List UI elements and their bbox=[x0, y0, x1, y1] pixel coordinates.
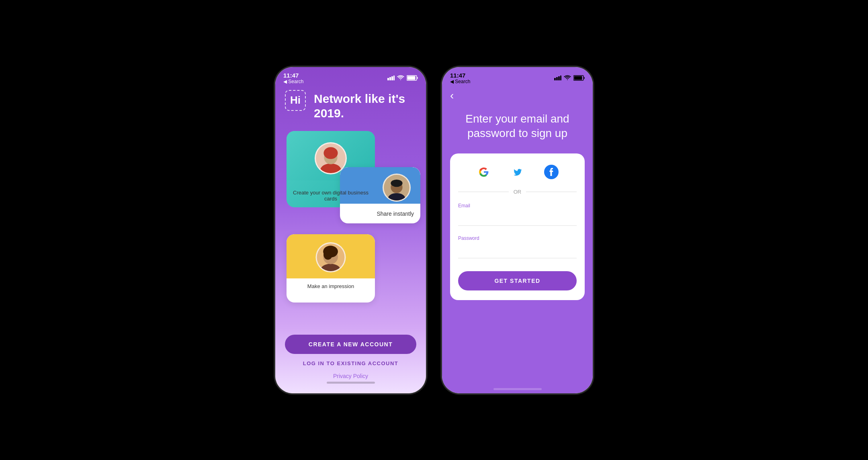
screen1: 11:47 ◀ Search Hi Network like it's 2019… bbox=[275, 67, 426, 393]
svg-rect-1 bbox=[389, 77, 391, 80]
status-nav-2: ◀ Search bbox=[450, 79, 470, 84]
phone-onboarding: 11:47 ◀ Search Hi Network like it's 2019… bbox=[275, 67, 426, 393]
screens-wrapper: 11:47 ◀ Search Hi Network like it's 2019… bbox=[275, 67, 593, 393]
status-bar-2: 11:47 ◀ Search bbox=[442, 67, 593, 86]
or-divider: OR bbox=[458, 189, 577, 195]
avatar-3 bbox=[316, 242, 346, 272]
privacy-policy-link[interactable]: Privacy Policy bbox=[285, 373, 416, 379]
status-icons-1 bbox=[387, 75, 418, 81]
phone-signup: 11:47 ◀ Search ‹ Enter your email and pa… bbox=[442, 67, 593, 393]
svg-point-17 bbox=[323, 249, 332, 260]
login-button[interactable]: LOG IN TO EXISTING ACCOUNT bbox=[285, 360, 416, 366]
avatar-figure-3 bbox=[317, 243, 345, 271]
signal-icon-2 bbox=[554, 76, 561, 80]
screen1-title: Network like it's 2019. bbox=[314, 92, 416, 121]
back-button[interactable]: ‹ bbox=[450, 89, 454, 102]
card-impression-text: Make an impression bbox=[287, 278, 375, 294]
google-icon bbox=[477, 165, 491, 179]
divider-line-right bbox=[526, 192, 577, 192]
twitter-icon bbox=[510, 165, 525, 179]
card-share-text: Share instantly bbox=[377, 211, 414, 217]
status-time-1: 11:47 bbox=[283, 72, 303, 79]
svg-rect-18 bbox=[554, 78, 556, 80]
hi-logo: Hi bbox=[285, 90, 306, 111]
battery-icon bbox=[407, 75, 418, 81]
home-indicator-2 bbox=[493, 388, 542, 390]
battery-icon-2 bbox=[573, 75, 585, 81]
status-bar-1: 11:47 ◀ Search bbox=[275, 67, 426, 86]
svg-point-14 bbox=[321, 264, 340, 271]
svg-rect-0 bbox=[387, 78, 389, 80]
cards-area: Create your own digital business cards bbox=[275, 127, 426, 335]
screen2-nav: ‹ bbox=[442, 86, 593, 105]
avatar-figure-2 bbox=[384, 175, 409, 200]
social-buttons bbox=[458, 163, 577, 181]
facebook-button[interactable] bbox=[542, 163, 560, 181]
signup-card: OR Email Password GET STARTED bbox=[450, 153, 585, 300]
svg-rect-21 bbox=[560, 76, 561, 80]
card-impression: Make an impression bbox=[287, 234, 375, 303]
svg-rect-20 bbox=[558, 76, 560, 80]
twitter-button[interactable] bbox=[509, 163, 526, 181]
screen2: 11:47 ◀ Search ‹ Enter your email and pa… bbox=[442, 67, 593, 393]
wifi-icon-2 bbox=[564, 75, 571, 81]
password-input[interactable] bbox=[458, 243, 577, 258]
svg-rect-23 bbox=[574, 76, 582, 80]
svg-rect-3 bbox=[393, 76, 395, 80]
avatar-figure-1 bbox=[316, 143, 346, 173]
create-account-button[interactable]: CREATE A NEW ACCOUNT bbox=[285, 335, 416, 354]
avatar-2 bbox=[383, 174, 411, 202]
or-label: OR bbox=[514, 189, 522, 195]
email-input[interactable] bbox=[458, 210, 577, 226]
email-group: Email bbox=[458, 203, 577, 232]
svg-rect-2 bbox=[391, 76, 393, 80]
email-label: Email bbox=[458, 203, 577, 209]
google-button[interactable] bbox=[475, 163, 493, 181]
status-icons-2 bbox=[554, 75, 585, 81]
screen1-buttons: CREATE A NEW ACCOUNT LOG IN TO EXISTING … bbox=[275, 335, 426, 393]
card-create-text: Create your own digital business cards bbox=[287, 186, 375, 202]
wifi-icon bbox=[397, 75, 404, 81]
status-time-2: 11:47 bbox=[450, 72, 470, 79]
get-started-button[interactable]: GET STARTED bbox=[458, 271, 577, 290]
svg-point-9 bbox=[325, 148, 336, 155]
signup-title: Enter your email and password to sign up bbox=[442, 105, 593, 147]
password-label: Password bbox=[458, 235, 577, 241]
signal-icon bbox=[387, 76, 395, 80]
home-indicator-1 bbox=[327, 382, 375, 384]
facebook-icon bbox=[544, 165, 559, 179]
svg-rect-19 bbox=[556, 77, 558, 80]
status-nav-1: ◀ Search bbox=[283, 79, 303, 84]
screen1-header: Hi Network like it's 2019. bbox=[275, 86, 426, 121]
svg-point-6 bbox=[320, 163, 341, 173]
divider-line-left bbox=[458, 192, 509, 192]
password-group: Password bbox=[458, 235, 577, 265]
svg-rect-5 bbox=[407, 76, 416, 80]
svg-point-11 bbox=[389, 193, 405, 200]
svg-point-13 bbox=[391, 179, 402, 186]
